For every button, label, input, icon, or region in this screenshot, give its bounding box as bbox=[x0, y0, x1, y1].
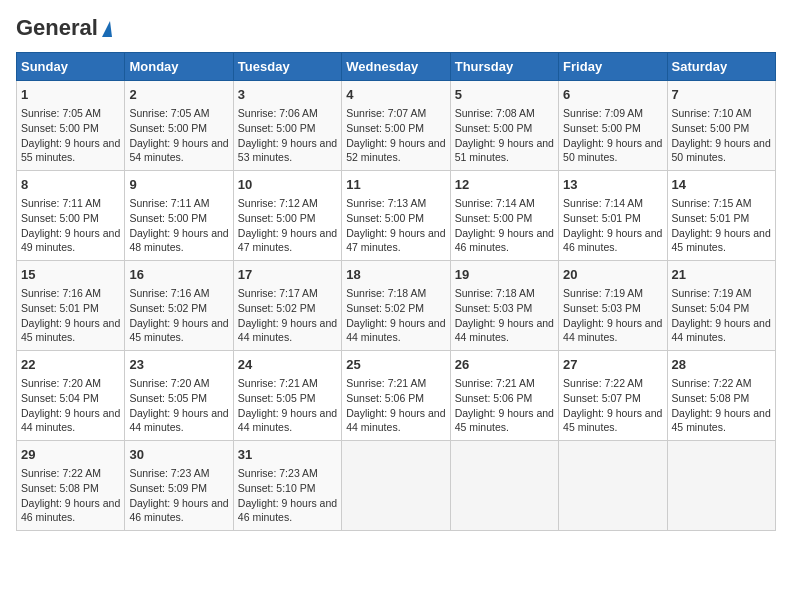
col-header-tuesday: Tuesday bbox=[233, 53, 341, 81]
day-number: 26 bbox=[455, 356, 554, 374]
calendar-cell: 22Sunrise: 7:20 AM Sunset: 5:04 PM Dayli… bbox=[17, 351, 125, 441]
day-info: Sunrise: 7:16 AM Sunset: 5:02 PM Dayligh… bbox=[129, 286, 228, 345]
day-info: Sunrise: 7:23 AM Sunset: 5:09 PM Dayligh… bbox=[129, 466, 228, 525]
day-number: 27 bbox=[563, 356, 662, 374]
calendar-cell: 16Sunrise: 7:16 AM Sunset: 5:02 PM Dayli… bbox=[125, 261, 233, 351]
col-header-wednesday: Wednesday bbox=[342, 53, 450, 81]
day-number: 22 bbox=[21, 356, 120, 374]
day-info: Sunrise: 7:21 AM Sunset: 5:06 PM Dayligh… bbox=[455, 376, 554, 435]
calendar-cell: 7Sunrise: 7:10 AM Sunset: 5:00 PM Daylig… bbox=[667, 81, 775, 171]
day-number: 20 bbox=[563, 266, 662, 284]
day-number: 16 bbox=[129, 266, 228, 284]
day-info: Sunrise: 7:06 AM Sunset: 5:00 PM Dayligh… bbox=[238, 106, 337, 165]
day-number: 23 bbox=[129, 356, 228, 374]
calendar-cell: 5Sunrise: 7:08 AM Sunset: 5:00 PM Daylig… bbox=[450, 81, 558, 171]
calendar-cell: 13Sunrise: 7:14 AM Sunset: 5:01 PM Dayli… bbox=[559, 171, 667, 261]
calendar-cell: 8Sunrise: 7:11 AM Sunset: 5:00 PM Daylig… bbox=[17, 171, 125, 261]
calendar-cell: 14Sunrise: 7:15 AM Sunset: 5:01 PM Dayli… bbox=[667, 171, 775, 261]
calendar-cell: 9Sunrise: 7:11 AM Sunset: 5:00 PM Daylig… bbox=[125, 171, 233, 261]
day-info: Sunrise: 7:15 AM Sunset: 5:01 PM Dayligh… bbox=[672, 196, 771, 255]
day-info: Sunrise: 7:22 AM Sunset: 5:07 PM Dayligh… bbox=[563, 376, 662, 435]
day-info: Sunrise: 7:18 AM Sunset: 5:02 PM Dayligh… bbox=[346, 286, 445, 345]
calendar-cell: 27Sunrise: 7:22 AM Sunset: 5:07 PM Dayli… bbox=[559, 351, 667, 441]
day-info: Sunrise: 7:07 AM Sunset: 5:00 PM Dayligh… bbox=[346, 106, 445, 165]
calendar-cell: 10Sunrise: 7:12 AM Sunset: 5:00 PM Dayli… bbox=[233, 171, 341, 261]
day-info: Sunrise: 7:08 AM Sunset: 5:00 PM Dayligh… bbox=[455, 106, 554, 165]
calendar-cell: 17Sunrise: 7:17 AM Sunset: 5:02 PM Dayli… bbox=[233, 261, 341, 351]
day-info: Sunrise: 7:16 AM Sunset: 5:01 PM Dayligh… bbox=[21, 286, 120, 345]
calendar-cell: 30Sunrise: 7:23 AM Sunset: 5:09 PM Dayli… bbox=[125, 440, 233, 530]
day-info: Sunrise: 7:22 AM Sunset: 5:08 PM Dayligh… bbox=[21, 466, 120, 525]
day-number: 31 bbox=[238, 446, 337, 464]
day-info: Sunrise: 7:21 AM Sunset: 5:06 PM Dayligh… bbox=[346, 376, 445, 435]
calendar-cell: 28Sunrise: 7:22 AM Sunset: 5:08 PM Dayli… bbox=[667, 351, 775, 441]
calendar-cell: 24Sunrise: 7:21 AM Sunset: 5:05 PM Dayli… bbox=[233, 351, 341, 441]
day-number: 7 bbox=[672, 86, 771, 104]
calendar-cell: 20Sunrise: 7:19 AM Sunset: 5:03 PM Dayli… bbox=[559, 261, 667, 351]
day-info: Sunrise: 7:11 AM Sunset: 5:00 PM Dayligh… bbox=[129, 196, 228, 255]
calendar-cell: 1Sunrise: 7:05 AM Sunset: 5:00 PM Daylig… bbox=[17, 81, 125, 171]
calendar-cell bbox=[342, 440, 450, 530]
day-number: 28 bbox=[672, 356, 771, 374]
col-header-friday: Friday bbox=[559, 53, 667, 81]
day-number: 24 bbox=[238, 356, 337, 374]
day-number: 13 bbox=[563, 176, 662, 194]
day-number: 6 bbox=[563, 86, 662, 104]
day-number: 17 bbox=[238, 266, 337, 284]
col-header-saturday: Saturday bbox=[667, 53, 775, 81]
calendar-cell: 31Sunrise: 7:23 AM Sunset: 5:10 PM Dayli… bbox=[233, 440, 341, 530]
day-info: Sunrise: 7:19 AM Sunset: 5:03 PM Dayligh… bbox=[563, 286, 662, 345]
calendar-cell: 29Sunrise: 7:22 AM Sunset: 5:08 PM Dayli… bbox=[17, 440, 125, 530]
day-info: Sunrise: 7:17 AM Sunset: 5:02 PM Dayligh… bbox=[238, 286, 337, 345]
calendar-cell: 15Sunrise: 7:16 AM Sunset: 5:01 PM Dayli… bbox=[17, 261, 125, 351]
calendar-cell: 21Sunrise: 7:19 AM Sunset: 5:04 PM Dayli… bbox=[667, 261, 775, 351]
col-header-thursday: Thursday bbox=[450, 53, 558, 81]
day-number: 21 bbox=[672, 266, 771, 284]
calendar-table: SundayMondayTuesdayWednesdayThursdayFrid… bbox=[16, 52, 776, 531]
calendar-cell: 4Sunrise: 7:07 AM Sunset: 5:00 PM Daylig… bbox=[342, 81, 450, 171]
day-info: Sunrise: 7:12 AM Sunset: 5:00 PM Dayligh… bbox=[238, 196, 337, 255]
calendar-cell: 19Sunrise: 7:18 AM Sunset: 5:03 PM Dayli… bbox=[450, 261, 558, 351]
day-number: 15 bbox=[21, 266, 120, 284]
calendar-cell: 6Sunrise: 7:09 AM Sunset: 5:00 PM Daylig… bbox=[559, 81, 667, 171]
calendar-cell bbox=[559, 440, 667, 530]
day-info: Sunrise: 7:21 AM Sunset: 5:05 PM Dayligh… bbox=[238, 376, 337, 435]
day-info: Sunrise: 7:19 AM Sunset: 5:04 PM Dayligh… bbox=[672, 286, 771, 345]
day-info: Sunrise: 7:18 AM Sunset: 5:03 PM Dayligh… bbox=[455, 286, 554, 345]
col-header-sunday: Sunday bbox=[17, 53, 125, 81]
day-number: 5 bbox=[455, 86, 554, 104]
day-number: 29 bbox=[21, 446, 120, 464]
day-info: Sunrise: 7:09 AM Sunset: 5:00 PM Dayligh… bbox=[563, 106, 662, 165]
day-number: 2 bbox=[129, 86, 228, 104]
calendar-cell: 23Sunrise: 7:20 AM Sunset: 5:05 PM Dayli… bbox=[125, 351, 233, 441]
day-info: Sunrise: 7:05 AM Sunset: 5:00 PM Dayligh… bbox=[21, 106, 120, 165]
day-info: Sunrise: 7:13 AM Sunset: 5:00 PM Dayligh… bbox=[346, 196, 445, 255]
day-number: 10 bbox=[238, 176, 337, 194]
day-info: Sunrise: 7:23 AM Sunset: 5:10 PM Dayligh… bbox=[238, 466, 337, 525]
day-info: Sunrise: 7:22 AM Sunset: 5:08 PM Dayligh… bbox=[672, 376, 771, 435]
page-header: General bbox=[16, 16, 776, 40]
day-number: 14 bbox=[672, 176, 771, 194]
day-info: Sunrise: 7:10 AM Sunset: 5:00 PM Dayligh… bbox=[672, 106, 771, 165]
day-info: Sunrise: 7:14 AM Sunset: 5:00 PM Dayligh… bbox=[455, 196, 554, 255]
day-number: 11 bbox=[346, 176, 445, 194]
day-number: 18 bbox=[346, 266, 445, 284]
day-info: Sunrise: 7:14 AM Sunset: 5:01 PM Dayligh… bbox=[563, 196, 662, 255]
day-number: 25 bbox=[346, 356, 445, 374]
day-number: 19 bbox=[455, 266, 554, 284]
day-number: 4 bbox=[346, 86, 445, 104]
day-number: 8 bbox=[21, 176, 120, 194]
calendar-cell: 2Sunrise: 7:05 AM Sunset: 5:00 PM Daylig… bbox=[125, 81, 233, 171]
calendar-cell: 25Sunrise: 7:21 AM Sunset: 5:06 PM Dayli… bbox=[342, 351, 450, 441]
day-info: Sunrise: 7:05 AM Sunset: 5:00 PM Dayligh… bbox=[129, 106, 228, 165]
day-info: Sunrise: 7:20 AM Sunset: 5:05 PM Dayligh… bbox=[129, 376, 228, 435]
calendar-cell: 26Sunrise: 7:21 AM Sunset: 5:06 PM Dayli… bbox=[450, 351, 558, 441]
calendar-cell: 11Sunrise: 7:13 AM Sunset: 5:00 PM Dayli… bbox=[342, 171, 450, 261]
calendar-cell bbox=[450, 440, 558, 530]
day-info: Sunrise: 7:11 AM Sunset: 5:00 PM Dayligh… bbox=[21, 196, 120, 255]
day-number: 1 bbox=[21, 86, 120, 104]
day-info: Sunrise: 7:20 AM Sunset: 5:04 PM Dayligh… bbox=[21, 376, 120, 435]
day-number: 12 bbox=[455, 176, 554, 194]
day-number: 30 bbox=[129, 446, 228, 464]
calendar-cell: 12Sunrise: 7:14 AM Sunset: 5:00 PM Dayli… bbox=[450, 171, 558, 261]
